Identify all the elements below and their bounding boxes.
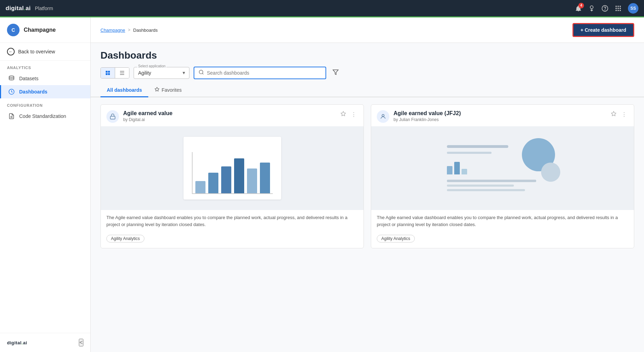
svg-rect-3 [616, 6, 617, 7]
card-2-tag-agility: Agility Analytics [377, 235, 415, 242]
svg-point-12 [9, 76, 14, 78]
breadcrumb-separator: > [128, 28, 130, 32]
svg-rect-22 [120, 74, 124, 75]
favorites-tab-label: Favorites [162, 87, 182, 93]
configuration-section-label: CONFIGURATION [0, 98, 90, 110]
app-select-label: Select application [137, 64, 166, 68]
card-1-description: The Agile earned value dashboard enables… [101, 210, 364, 232]
search-box [194, 67, 326, 79]
card-2-preview [371, 126, 634, 210]
card-1-title-block: Agile earned value by Digital.ai [123, 110, 172, 122]
bar-chart-preview [184, 137, 281, 200]
preview-small-circle [541, 163, 560, 182]
main-layout: C Champagne ← Back to overview ANALYTICS… [0, 17, 644, 352]
bar-2 [208, 173, 218, 193]
mini-bar-1 [447, 166, 452, 174]
mini-bar-3 [462, 169, 467, 174]
user-avatar[interactable]: SS [628, 3, 638, 14]
nav-icons: 4 SS [575, 3, 638, 14]
svg-point-0 [590, 6, 593, 8]
svg-rect-7 [617, 8, 619, 9]
datasets-label: Datasets [19, 76, 38, 81]
preview-line-5 [447, 189, 525, 191]
card-2-title: Agile earned value (JFJ2) [394, 110, 461, 117]
svg-rect-17 [108, 71, 110, 73]
preview-content [447, 145, 559, 191]
svg-point-29 [382, 114, 384, 117]
card-2-header: Agile earned value (JFJ2) by Julian Fran… [371, 105, 634, 126]
tab-favorites[interactable]: Favorites [148, 83, 188, 97]
sidebar-collapse-button[interactable]: < [79, 339, 83, 346]
card-2-description: The Agile earned value dashboard enables… [371, 210, 634, 232]
sidebar-item-datasets[interactable]: Datasets [0, 72, 90, 85]
preview-line-2 [447, 152, 492, 154]
sidebar-item-dashboards[interactable]: Dashboards [0, 85, 90, 98]
svg-marker-25 [333, 70, 338, 75]
content-area: Champagne > Dashboards + Create dashboar… [91, 17, 644, 352]
toolbar: Select application Agility Release Deplo… [100, 67, 634, 79]
apps-button[interactable] [615, 5, 622, 12]
grid-view-button[interactable] [101, 68, 115, 78]
bar-4 [234, 158, 244, 193]
card-1-preview [101, 126, 364, 210]
preview-line-4 [447, 185, 514, 187]
svg-rect-9 [616, 10, 617, 11]
sidebar-workspace-header: C Champagne [0, 17, 90, 43]
svg-rect-20 [120, 71, 124, 72]
svg-rect-11 [620, 10, 621, 11]
help-button[interactable] [601, 5, 608, 12]
dashboard-card-2[interactable]: Agile earned value (JFJ2) by Julian Fran… [371, 104, 634, 248]
card-2-favorite-button[interactable] [609, 110, 618, 119]
page-title: Dashboards [100, 50, 634, 61]
top-nav: digital.ai Platform 4 SS [0, 0, 644, 17]
cards-grid: Agile earned value by Digital.ai ⋮ [91, 97, 644, 255]
card-1-tags: Agility Analytics [101, 232, 364, 248]
tabs-bar: All dashboards Favorites [91, 83, 644, 97]
svg-rect-10 [617, 10, 619, 11]
svg-rect-27 [110, 116, 115, 119]
database-icon [8, 75, 15, 82]
rewards-button[interactable] [588, 5, 595, 12]
back-to-overview-button[interactable]: ← Back to overview [0, 43, 90, 61]
svg-point-2 [605, 9, 605, 10]
donut-preview [371, 126, 634, 210]
sidebar-footer: digital.ai < [0, 333, 90, 352]
card-1-favorite-button[interactable] [339, 110, 347, 119]
card-2-icon [377, 110, 389, 123]
card-1-more-button[interactable]: ⋮ [350, 111, 358, 119]
card-2-header-left: Agile earned value (JFJ2) by Julian Fran… [377, 110, 461, 123]
app-logo: digital.ai [6, 5, 31, 12]
card-2-author: by Julian Franklin-Jones [394, 117, 461, 122]
application-select[interactable]: Agility Release Deploy [134, 67, 189, 79]
analytics-section-label: ANALYTICS [0, 61, 90, 72]
card-2-more-button[interactable]: ⋮ [620, 111, 628, 119]
tab-all-dashboards[interactable]: All dashboards [100, 83, 148, 97]
card-2-title-block: Agile earned value (JFJ2) by Julian Fran… [394, 110, 461, 122]
bar-3 [221, 166, 231, 193]
search-icon [199, 69, 204, 76]
breadcrumb: Champagne > Dashboards [100, 28, 158, 33]
search-input[interactable] [207, 70, 321, 76]
favorites-star-icon [155, 87, 159, 93]
card-1-header: Agile earned value by Digital.ai ⋮ [101, 105, 364, 126]
card-2-actions: ⋮ [609, 110, 628, 119]
file-icon [8, 113, 15, 119]
sidebar-item-code-standardization[interactable]: Code Standardization [0, 110, 90, 123]
mini-bar-2 [454, 162, 460, 174]
code-standardization-label: Code Standardization [19, 113, 66, 119]
notifications-button[interactable]: 4 [575, 5, 582, 12]
platform-label: Platform [35, 6, 53, 11]
breadcrumb-bar: Champagne > Dashboards + Create dashboar… [91, 17, 644, 43]
create-dashboard-button[interactable]: + Create dashboard [572, 23, 634, 37]
svg-marker-30 [611, 111, 616, 116]
svg-rect-4 [617, 6, 619, 7]
card-1-actions: ⋮ [339, 110, 358, 119]
svg-rect-19 [108, 73, 110, 75]
filter-button[interactable] [330, 67, 341, 79]
list-view-button[interactable] [115, 68, 129, 78]
breadcrumb-link-champagne[interactable]: Champagne [100, 28, 125, 33]
back-icon: ← [7, 48, 15, 55]
dashboard-card-1[interactable]: Agile earned value by Digital.ai ⋮ [100, 104, 364, 248]
svg-line-24 [202, 73, 203, 74]
card-1-header-left: Agile earned value by Digital.ai [106, 110, 172, 123]
